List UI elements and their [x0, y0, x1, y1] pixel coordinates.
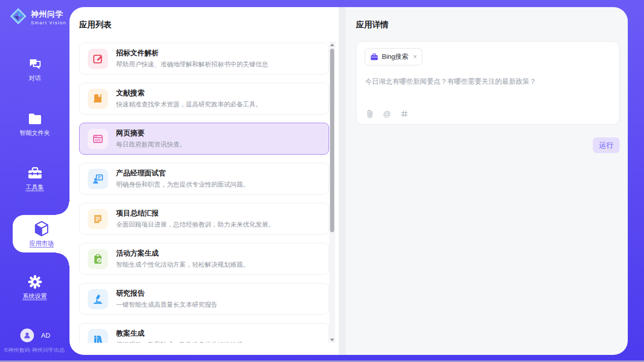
app-name: 研究报告 [116, 289, 218, 298]
toolbox-icon [0, 166, 69, 180]
edit-doc-icon [88, 49, 108, 69]
prompt-input[interactable]: 今日湖北有哪些新闻要点？有哪些需要关注的最新政策？ [365, 77, 609, 87]
app-name: 教案生成 [116, 329, 243, 338]
web-code-icon [88, 129, 108, 149]
user-account[interactable]: AD [20, 329, 50, 342]
person-icon [23, 332, 31, 339]
app-name: 文献搜索 [116, 89, 262, 98]
summary-note-icon [88, 209, 108, 229]
app-desc: 每日政府新闻资讯快查。 [116, 140, 186, 149]
logo-subtitle: Smart Vision [31, 20, 66, 25]
app-name: 招标文件解析 [116, 49, 268, 58]
app-name: 网页摘要 [116, 129, 186, 138]
microscope-icon [88, 289, 108, 309]
sidebar-item-label: 系统设置 [23, 292, 47, 301]
app-logo: 神州问学 Smart Vision [9, 7, 66, 27]
app-card-bid-doc-parse[interactable]: 招标文件解析 帮助用户快速、准确地理解和解析招标书中的关键信息 [79, 43, 329, 75]
interviewer-icon [88, 169, 108, 189]
app-card-project-summary[interactable]: 项目总结汇报 全面回顾项目进展，总结经验教训，助力未来优化发展。 [79, 203, 329, 235]
sidebar-item-smart-folder[interactable]: 智能文件夹 [0, 113, 69, 137]
app-desc: 一键智能生成高质量长文本研究报告 [116, 301, 218, 309]
hash-icon[interactable] [400, 109, 409, 118]
list-scrollbar[interactable] [329, 42, 335, 343]
sidebar-item-settings[interactable]: 系统设置 [0, 275, 69, 301]
at-icon[interactable]: @ [382, 109, 391, 118]
scroll-down-arrow-icon[interactable] [329, 337, 335, 343]
app-card-literature-search[interactable]: 文献搜索 快速精准查找学术资源，提高研究效率的必备工具。 [79, 83, 329, 115]
app-card-research-report[interactable]: 研究报告 一键智能生成高质量长文本研究报告 [79, 283, 329, 315]
app-list: 招标文件解析 帮助用户快速、准确地理解和解析招标书中的关键信息 文献搜索 快速精… [79, 43, 329, 343]
app-name: 活动方案生成 [116, 249, 249, 258]
plugin-chip-label: Bing搜索 [382, 52, 408, 61]
app-desc: 帮助用户快速、准确地理解和解析招标书中的关键信息 [116, 60, 268, 69]
active-tab-bottom-curve [56, 252, 69, 266]
app-desc: 智能生成个性化活动方案，轻松解决规划难题。 [116, 261, 249, 269]
sidebar-item-chat[interactable]: 对话 [0, 56, 69, 83]
sidebar-item-app-market[interactable]: 应用市场 [13, 215, 70, 252]
sidebar: 神州问学 Smart Vision 对话 智能文件夹 [0, 0, 69, 362]
avatar [20, 329, 34, 342]
briefcase-icon [370, 53, 378, 61]
app-list-title: 应用列表 [79, 20, 112, 30]
book-icon [88, 89, 108, 109]
app-card-event-plan[interactable]: 活动方案生成 智能生成个性化活动方案，轻松解决规划难题。 [79, 243, 329, 275]
app-list-panel: 应用列表 招标文件解析 帮助用户快速、准确地理解和解析招标书中的关键信息 [69, 7, 339, 355]
sidebar-item-label: 应用市场 [29, 239, 54, 248]
plugin-chip-bing-search[interactable]: Bing搜索 × [365, 48, 422, 65]
scrollbar-thumb[interactable] [330, 49, 334, 232]
panel-divider [339, 7, 346, 355]
chat-icon [0, 56, 69, 71]
copyright-footer: ©神州数码·神州问学出品 [4, 347, 69, 354]
gear-icon [0, 275, 69, 289]
logo-title: 神州问学 [31, 10, 66, 19]
folder-icon [0, 113, 69, 126]
app-card-lesson-plan[interactable]: 教案生成 模板驱动，教案秒成，教学准备从此轻松快捷 [79, 323, 329, 343]
paperclip-icon[interactable] [365, 109, 374, 118]
remove-plugin-icon[interactable]: × [413, 53, 417, 60]
app-detail-title: 应用详情 [356, 20, 388, 30]
active-tab-top-curve [56, 202, 69, 215]
app-desc: 全面回顾项目进展，总结经验教训，助力未来优化发展。 [116, 221, 275, 229]
user-name: AD [41, 332, 50, 339]
scroll-up-arrow-icon[interactable] [329, 42, 335, 48]
cube-icon [13, 221, 70, 237]
diamond-logo-icon [9, 7, 27, 27]
clipboard-check-icon [88, 249, 108, 269]
app-card-web-summary[interactable]: 网页摘要 每日政府新闻资讯快查。 [79, 123, 329, 155]
app-name: 产品经理面试官 [116, 169, 249, 178]
books-icon [88, 329, 108, 343]
prompt-toolbar: @ [365, 109, 409, 118]
prompt-card: Bing搜索 × 今日湖北有哪些新闻要点？有哪些需要关注的最新政策？ @ [356, 41, 620, 125]
app-desc: 明确身份和职责，为您提供专业性的面试问题。 [116, 180, 249, 189]
app-desc: 模板驱动，教案秒成，教学准备从此轻松快捷 [116, 341, 243, 343]
sidebar-item-label: 工具集 [26, 183, 44, 192]
sidebar-item-label: 对话 [29, 74, 41, 83]
run-button[interactable]: 运行 [593, 137, 620, 153]
app-detail-panel: 应用详情 Bing搜索 × 今日湖北有哪些新闻要点？有哪些需要关注的最新政策？ … [346, 7, 628, 355]
app-name: 项目总结汇报 [116, 209, 275, 218]
sidebar-item-label: 智能文件夹 [20, 129, 50, 137]
app-card-pm-interviewer[interactable]: 产品经理面试官 明确身份和职责，为您提供专业性的面试问题。 [79, 163, 329, 195]
app-desc: 快速精准查找学术资源，提高研究效率的必备工具。 [116, 100, 262, 109]
sidebar-item-toolset[interactable]: 工具集 [0, 166, 69, 192]
